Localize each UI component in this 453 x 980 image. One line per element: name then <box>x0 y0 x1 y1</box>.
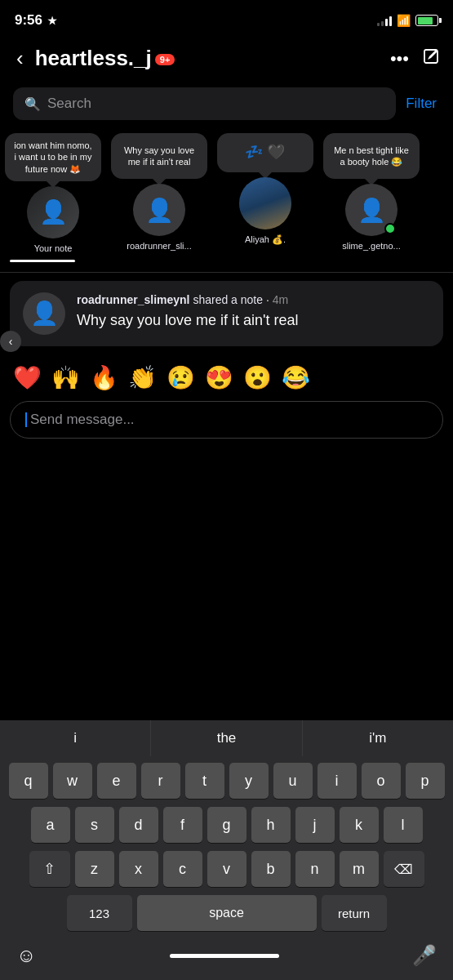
reaction-wow[interactable]: 😮 <box>243 364 272 391</box>
key-l[interactable]: l <box>384 807 423 843</box>
battery-icon <box>415 15 438 26</box>
delete-key[interactable]: ⌫ <box>384 851 424 887</box>
keyboard-row-2: a s d f g h j k l <box>3 807 450 843</box>
wifi-icon: 📶 <box>397 14 411 27</box>
story-note-your-note: ion want him nomo, i want u to be in my … <box>5 133 101 181</box>
filter-button[interactable]: Filter <box>402 96 440 112</box>
key-m[interactable]: m <box>340 851 379 887</box>
story-avatar-your-note: 👤 <box>27 186 79 238</box>
search-bar[interactable]: 🔍 Search <box>13 87 396 120</box>
header: ‹ heartless._j9+ ••• <box>0 36 453 81</box>
key-s[interactable]: s <box>75 807 114 843</box>
return-key[interactable]: return <box>322 895 387 931</box>
emoji-keyboard-button[interactable]: ☺ <box>16 944 37 967</box>
compose-button[interactable] <box>422 47 440 69</box>
reaction-laugh[interactable]: 😂 <box>282 364 310 391</box>
story-note-roadrunner: Why say you love me if it ain't real <box>111 133 207 179</box>
key-i[interactable]: i <box>318 763 357 799</box>
notif-header: roadrunner_slimeynl shared a note · 4m <box>77 292 430 309</box>
autocomplete-bar: i the i'm <box>0 720 453 756</box>
story-avatar-roadrunner: 👤 <box>133 184 185 236</box>
scroll-left-button[interactable]: ‹ <box>0 331 21 352</box>
key-x[interactable]: x <box>119 851 158 887</box>
active-tab-indicator <box>10 260 75 262</box>
key-p[interactable]: p <box>406 763 445 799</box>
reaction-fire[interactable]: 🔥 <box>90 364 118 391</box>
key-d[interactable]: d <box>119 807 158 843</box>
key-q[interactable]: q <box>9 763 48 799</box>
key-z[interactable]: z <box>75 851 114 887</box>
status-star: ★ <box>47 15 57 27</box>
numbers-key[interactable]: 123 <box>67 895 132 931</box>
story-username-your-note: Your note <box>34 243 73 253</box>
keyboard-row-1: q w e r t y u i o p <box>3 763 450 799</box>
reaction-heart-eyes[interactable]: 😍 <box>205 364 233 391</box>
key-r[interactable]: r <box>141 763 180 799</box>
story-item-slime[interactable]: Me n best tight like a booty hole 😂 👤 sl… <box>318 133 424 253</box>
key-rows: q w e r t y u i o p a s d f g h j k l ⇧ … <box>0 756 453 938</box>
message-input-container[interactable]: Send message... <box>10 401 443 439</box>
story-item-aliyah[interactable]: 💤 🖤 Aliyah 💰. <box>212 133 318 253</box>
status-bar: 9:56 ★ 📶 <box>0 0 453 36</box>
key-e[interactable]: e <box>97 763 136 799</box>
shift-key[interactable]: ⇧ <box>29 851 70 887</box>
key-g[interactable]: g <box>207 807 246 843</box>
notif-username: roadrunner_slimeynl <box>77 293 190 306</box>
key-h[interactable]: h <box>251 807 291 843</box>
reaction-raise-hands[interactable]: 🙌 <box>51 364 80 391</box>
notification-badge: 9+ <box>155 54 175 65</box>
divider <box>0 272 453 273</box>
key-t[interactable]: t <box>185 763 224 799</box>
key-f[interactable]: f <box>163 807 202 843</box>
notif-avatar: 👤 <box>23 292 65 335</box>
keyboard-bottom-bar: ☺ 🎤 <box>0 938 453 980</box>
story-username-roadrunner: roadrunner_sli... <box>127 241 192 251</box>
search-input[interactable]: Search <box>47 96 384 112</box>
key-k[interactable]: k <box>340 807 379 843</box>
story-item-your-note[interactable]: ion want him nomo, i want u to be in my … <box>0 133 106 253</box>
autocomplete-i[interactable]: i <box>0 720 151 756</box>
microphone-button[interactable]: 🎤 <box>412 944 437 967</box>
your-note-avatar: 👤 <box>27 186 79 238</box>
notif-time: 4m <box>273 293 288 306</box>
story-avatar-slime: 👤 <box>345 184 397 236</box>
reaction-heart[interactable]: ❤️ <box>13 364 42 391</box>
story-avatar-aliyah <box>239 177 291 229</box>
key-o[interactable]: o <box>362 763 401 799</box>
key-c[interactable]: c <box>163 851 202 887</box>
reaction-clap[interactable]: 👏 <box>128 364 157 391</box>
notif-action: shared a note · <box>193 293 272 306</box>
story-note-aliyah: 💤 🖤 <box>217 133 313 172</box>
search-container: 🔍 Search Filter <box>0 81 453 127</box>
status-icons: 📶 <box>377 14 438 27</box>
stories-section: ion want him nomo, i want u to be in my … <box>0 127 453 253</box>
key-a[interactable]: a <box>31 807 70 843</box>
key-y[interactable]: y <box>229 763 269 799</box>
message-input[interactable]: Send message... <box>27 412 428 428</box>
key-v[interactable]: v <box>207 851 246 887</box>
key-u[interactable]: u <box>273 763 313 799</box>
story-username-aliyah: Aliyah 💰. <box>245 234 286 245</box>
reaction-cry[interactable]: 😢 <box>167 364 195 391</box>
key-w[interactable]: w <box>53 763 92 799</box>
online-indicator <box>384 223 396 234</box>
story-username-slime: slime_.getno... <box>342 241 401 251</box>
space-key[interactable]: space <box>137 895 317 931</box>
autocomplete-im[interactable]: i'm <box>303 720 453 756</box>
status-time: 9:56 <box>15 12 42 29</box>
signal-icon <box>377 15 392 26</box>
header-icons: ••• <box>390 47 440 69</box>
keyboard: i the i'm q w e r t y u i o p a s d f g … <box>0 720 453 980</box>
key-b[interactable]: b <box>251 851 291 887</box>
key-j[interactable]: j <box>295 807 335 843</box>
keyboard-row-3: ⇧ z x c v b n m ⌫ <box>3 851 450 887</box>
more-options-button[interactable]: ••• <box>390 48 409 69</box>
autocomplete-the[interactable]: the <box>151 720 302 756</box>
key-n[interactable]: n <box>295 851 335 887</box>
header-title: heartless._j9+ <box>35 46 382 71</box>
notif-message: Why say you love me if it ain't real <box>77 311 430 330</box>
story-item-roadrunner[interactable]: Why say you love me if it ain't real 👤 r… <box>106 133 212 253</box>
emoji-reactions: ❤️ 🙌 🔥 👏 😢 😍 😮 😂 <box>0 354 453 401</box>
aliyah-avatar <box>239 177 291 229</box>
back-button[interactable]: ‹ <box>13 42 27 74</box>
